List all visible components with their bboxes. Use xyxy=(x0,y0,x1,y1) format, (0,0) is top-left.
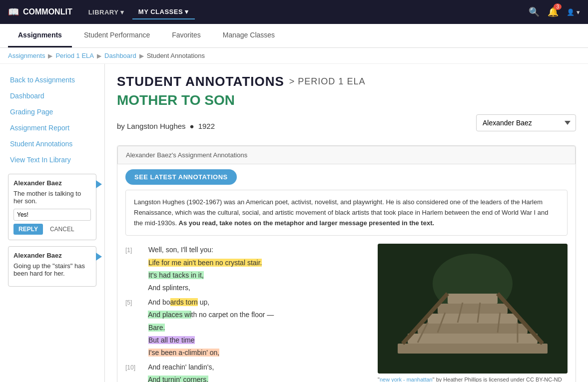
student-select-row: Alexander Baez Student B Student C xyxy=(476,114,576,131)
main-layout: Back to Assignments Dashboard Grading Pa… xyxy=(0,64,588,382)
see-latest-button[interactable]: SEE LATEST ANNOTATIONS xyxy=(125,169,237,185)
comment-author-1: Alexander Baez xyxy=(13,179,91,187)
image-credit-link[interactable]: new york - manhattan xyxy=(380,377,433,382)
line-text-5-1b: ards torn xyxy=(170,298,198,306)
reply-input-1[interactable] xyxy=(13,209,91,221)
line-5-2: And places with no carpet on the floor — xyxy=(125,309,368,321)
page-title: STUDENT ANNOTATIONS xyxy=(117,74,284,89)
reply-button-1[interactable]: REPLY xyxy=(13,224,43,235)
poem-lines: [1] Well, son, I'll tell you: Life for m… xyxy=(125,244,368,382)
breadcrumb: Assignments ▶ Period 1 ELA ▶ Dashboard ▶… xyxy=(0,48,588,64)
comment-text-2: Going up the "stairs" has been hard for … xyxy=(13,262,91,277)
my-classes-menu-btn[interactable]: MY CLASSES ▾ xyxy=(132,5,195,19)
notification-icon[interactable]: 🔔 3 xyxy=(548,6,559,17)
poem-title: MOTHER TO SON xyxy=(117,92,576,108)
poem-image xyxy=(378,244,568,374)
poem-meta: by Langston Hughes ● 1922 Alexander Baez… xyxy=(117,114,576,137)
line-text-5-4: But all the time xyxy=(148,336,195,344)
poem-content: [1] Well, son, I'll tell you: Life for m… xyxy=(125,244,568,382)
poem-author: by Langston Hughes xyxy=(117,122,186,130)
top-nav-right: 🔍 🔔 3 👤 ▾ xyxy=(529,6,580,17)
annotation-header: Alexander Baez's Assignment Annotations xyxy=(117,146,576,164)
line-1-1: [1] Well, son, I'll tell you: xyxy=(125,244,368,256)
line-1-3: It's had tacks in it, xyxy=(125,269,368,282)
breadcrumb-period[interactable]: Period 1 ELA xyxy=(55,52,94,59)
tab-manage-classes[interactable]: Manage Classes xyxy=(213,24,285,47)
image-credit: "new york - manhattan" by Heather Philli… xyxy=(378,377,568,382)
annotation-block: Alexander Baez's Assignment Annotations … xyxy=(117,145,576,382)
svg-rect-4 xyxy=(418,324,528,334)
comment-author-2: Alexander Baez xyxy=(13,252,91,259)
comment-box-2: Alexander Baez Going up the "stairs" has… xyxy=(8,246,96,287)
breadcrumb-arrow-1: ▶ xyxy=(48,52,52,59)
sidebar-grading-page[interactable]: Grading Page xyxy=(0,104,104,120)
tab-favorites[interactable]: Favorites xyxy=(162,24,211,47)
user-menu-btn[interactable]: 👤 ▾ xyxy=(567,8,580,16)
period-label: > Period 1 ELA xyxy=(289,76,366,87)
top-nav-left: 📖 COMMONLIT LIBRARY ▾ MY CLASSES ▾ xyxy=(8,5,195,19)
line-10-1: [10] And reachin' landin's, xyxy=(125,361,368,374)
breadcrumb-dashboard[interactable]: Dashboard xyxy=(104,52,136,59)
sidebar-back-to-assignments[interactable]: Back to Assignments xyxy=(0,72,104,88)
line-10-2: And turnin' corners, xyxy=(125,374,368,382)
staircase-svg xyxy=(378,244,568,374)
cancel-button-1[interactable]: CANCEL xyxy=(46,224,78,235)
line-5-4: But all the time xyxy=(125,334,368,347)
line-text-5-1: And bo xyxy=(148,298,170,306)
stanza-5: [5] And boards torn up, And places with … xyxy=(125,296,368,359)
line-text-1-3: It's had tacks in it, xyxy=(148,271,204,279)
breadcrumb-current: Student Annotations xyxy=(147,52,205,59)
line-1-4: And splinters, xyxy=(125,282,368,294)
line-text-10-2: And turnin' corners, xyxy=(148,376,208,382)
svg-rect-2 xyxy=(398,344,548,354)
sidebar-dashboard[interactable]: Dashboard xyxy=(0,88,104,104)
sidebar-student-annotations[interactable]: Student Annotations xyxy=(0,136,104,152)
sidebar: Back to Assignments Dashboard Grading Pa… xyxy=(0,64,105,382)
svg-rect-7 xyxy=(448,294,498,304)
secondary-navigation: Assignments Student Performance Favorite… xyxy=(0,24,588,48)
line-5-5: I'se been a-climbin' on, xyxy=(125,347,368,359)
sidebar-view-text-library[interactable]: View Text In Library xyxy=(0,152,104,168)
line-num-1: [1] xyxy=(125,245,140,256)
line-text-1-1: Well, son, I'll tell you: xyxy=(148,246,213,254)
line-1-2: Life for me ain't been no crystal stair. xyxy=(125,257,368,269)
line-num-10: [10] xyxy=(125,363,140,374)
breadcrumb-assignments[interactable]: Assignments xyxy=(8,52,45,59)
line-5-3: Bare. xyxy=(125,322,368,334)
sidebar-assignment-report[interactable]: Assignment Report xyxy=(0,120,104,136)
top-navigation: 📖 COMMONLIT LIBRARY ▾ MY CLASSES ▾ 🔍 🔔 3… xyxy=(0,0,588,24)
tab-student-performance[interactable]: Student Performance xyxy=(74,24,160,47)
logo[interactable]: 📖 COMMONLIT xyxy=(8,6,72,17)
line-text-5-1c: up, xyxy=(198,298,209,306)
line-text-5-2b: th no carpet on the floor — xyxy=(191,311,274,319)
line-5-1: [5] And boards torn up, xyxy=(125,296,368,309)
line-text-5-3: Bare. xyxy=(148,324,165,332)
line-text-1-2: Life for me ain't been no crystal stair. xyxy=(148,259,262,267)
poem-year: 1922 xyxy=(198,122,215,130)
bio-text-bold: As you read, take notes on the metaphor … xyxy=(179,219,434,227)
bio-box: Langston Hughes (1902-1967) was an Ameri… xyxy=(125,190,568,236)
comment-arrow-2 xyxy=(96,253,102,261)
line-num-5: [5] xyxy=(125,298,140,309)
line-text-5-2: And places wi xyxy=(148,311,191,319)
svg-rect-6 xyxy=(438,304,508,314)
notification-badge: 3 xyxy=(554,3,562,10)
reply-btns-1: REPLY CANCEL xyxy=(13,224,91,235)
line-text-1-4: And splinters, xyxy=(148,284,190,292)
student-selector[interactable]: Alexander Baez Student B Student C xyxy=(476,114,576,131)
logo-text: COMMONLIT xyxy=(23,7,72,16)
stanza-10: [10] And reachin' landin's, And turnin' … xyxy=(125,361,368,382)
line-text-10-1: And reachin' landin's, xyxy=(148,363,214,371)
book-icon: 📖 xyxy=(8,6,19,17)
breadcrumb-arrow-2: ▶ xyxy=(97,52,101,59)
tab-assignments[interactable]: Assignments xyxy=(8,24,72,47)
comment-text-1: The mother is talking to her son. xyxy=(13,190,91,205)
line-text-5-5: I'se been a-climbin' on, xyxy=(148,349,219,357)
search-icon[interactable]: 🔍 xyxy=(529,6,540,17)
comment-arrow-1 xyxy=(96,180,102,188)
library-menu-btn[interactable]: LIBRARY ▾ xyxy=(82,5,130,19)
user-chevron: ▾ xyxy=(577,8,580,16)
page-title-row: STUDENT ANNOTATIONS > Period 1 ELA xyxy=(117,74,576,89)
top-nav-menu: LIBRARY ▾ MY CLASSES ▾ xyxy=(82,5,195,19)
breadcrumb-arrow-3: ▶ xyxy=(139,52,144,59)
